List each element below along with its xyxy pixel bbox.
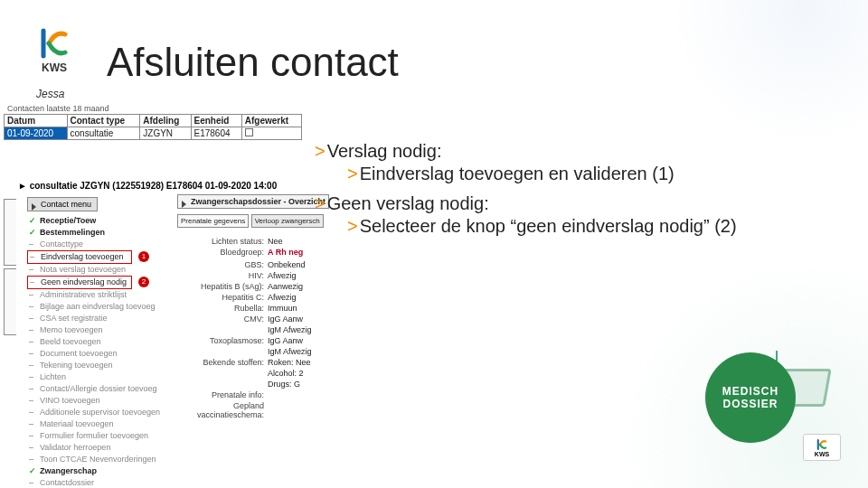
subtab-prenatale[interactable]: Prenatale gegevens <box>177 214 249 228</box>
menu-item[interactable]: Additionele supervisor toevoegen <box>27 407 163 418</box>
kv-row: Drugs: G <box>177 380 329 389</box>
cell-eenheid[interactable]: E178604 <box>191 127 241 140</box>
kv-value: Immuun <box>268 304 297 313</box>
kv-row: Prenatale info: <box>177 390 329 399</box>
cell-afdeling[interactable]: JZGYN <box>140 127 191 140</box>
bullet-icon: > <box>315 141 327 161</box>
kv-row: HIV:Afwezig <box>177 271 329 280</box>
cell-afgewerkt[interactable] <box>241 127 301 140</box>
kws-mini-card: KWS <box>803 434 841 461</box>
cell-type[interactable]: consultatie <box>67 127 140 140</box>
slide-content: >Verslag nodig: >Eindverslag toevoegen e… <box>315 137 848 246</box>
kv-value: Alcohol: 2 <box>268 369 304 378</box>
kv-key: Gepland vaccinatieschema: <box>177 401 268 419</box>
bullet-icon: > <box>315 193 327 213</box>
kv-value: Roken: Nee <box>268 358 311 367</box>
menu-item[interactable]: Geen eindverslag nodig 2 <box>27 276 132 289</box>
kv-value: IgG Aanw <box>268 314 303 324</box>
kv-value: Aanwezig <box>268 282 303 291</box>
menu-item[interactable]: Materiaal toevoegen <box>27 418 163 430</box>
menu-item[interactable]: Receptie/Toew <box>27 215 163 227</box>
kv-row: Bloedgroep:A Rh neg <box>177 248 329 257</box>
kv-key: Bloedgroep: <box>177 248 268 257</box>
kv-row: GBS:Onbekend <box>177 260 329 269</box>
menu-item[interactable]: Lichten <box>27 371 163 383</box>
kv-key: Rubella: <box>177 304 268 313</box>
menu-item[interactable]: Nota verslag toevoegen <box>27 264 163 276</box>
kv-value: IgG Aanw <box>268 336 303 345</box>
menu-item[interactable]: Toon CTCAE Nevenvorderingen <box>27 454 163 465</box>
bullet-icon: > <box>347 216 360 236</box>
medisch-dossier-badge: MEDISCH DOSSIER KWS <box>705 343 841 461</box>
th-afgewerkt[interactable]: Afgewerkt <box>241 115 301 127</box>
kv-row: Lichten status:Nee <box>177 237 329 246</box>
line-1b: Geen verslag nodig: <box>327 193 489 213</box>
mini-card-text: KWS <box>815 451 829 457</box>
kv-key: Bekende stoffen: <box>177 358 268 367</box>
kv-key <box>177 325 268 334</box>
kv-key: Lichten status: <box>177 237 268 246</box>
menu-item[interactable]: Beeld toevoegen <box>27 336 163 348</box>
contacts-table: Contacten laatste 18 maand Datum Contact… <box>4 104 302 162</box>
menu-item[interactable]: Bestemmelingen <box>27 227 163 239</box>
kv-key: Hepatitis C: <box>177 293 268 302</box>
menu-item[interactable]: CSA set registratie <box>27 313 163 324</box>
consultatie-panel: ► consultatie JZGYN (122551928) E178604 … <box>4 181 307 488</box>
subtab-verloop[interactable]: Verloop zwangersch <box>251 214 324 228</box>
dossier-circle: MEDISCH DOSSIER <box>705 352 796 443</box>
badge-line2: DOSSIER <box>722 398 778 410</box>
cell-datum[interactable]: 01-09-2020 <box>5 127 68 140</box>
line-2a: Eindverslag toevoegen en valideren (1) <box>360 164 675 183</box>
menu-item[interactable]: VINO toevoegen <box>27 395 163 407</box>
callout-badge: 2 <box>138 277 149 287</box>
menu-item[interactable]: Formulier formulier toevoegen <box>27 430 163 442</box>
kv-row: IgM Afwezig <box>177 347 329 356</box>
kv-key: CMV: <box>177 314 268 324</box>
kv-row: Rubella:Immuun <box>177 304 329 313</box>
th-datum[interactable]: Datum <box>5 115 68 127</box>
kv-row: Hepatitis B (sAg):Aanwezig <box>177 282 329 291</box>
menu-item[interactable]: Contacttype <box>27 239 163 250</box>
menu-item[interactable]: Tekening toevoegen <box>27 360 163 371</box>
menu-item[interactable]: Contact/Allergie dossier toevoeg <box>27 383 163 395</box>
kv-key: GBS: <box>177 260 268 269</box>
slide-title: Afsluiten contact <box>107 40 399 85</box>
th-afdeling[interactable]: Afdeling <box>140 115 191 127</box>
menu-item[interactable]: Eindverslag toevoegen 1 <box>27 250 132 264</box>
line-2b: Selecteer de knop “geen eindverslag nodi… <box>360 216 737 236</box>
kv-key: HIV: <box>177 271 268 280</box>
menu-item[interactable]: Contactdossier <box>27 477 163 488</box>
vertical-tab-2[interactable] <box>4 268 16 335</box>
th-eenheid[interactable]: Eenheid <box>191 115 241 127</box>
kv-value: Drugs: G <box>268 380 300 389</box>
jessa-label: Jessa <box>36 88 64 100</box>
afgewerkt-checkbox[interactable] <box>245 128 253 136</box>
menu-item[interactable]: Bijlage aan eindverslag toevoeg <box>27 301 163 313</box>
menu-item[interactable]: Validator herroepen <box>27 442 163 454</box>
contact-menu-button[interactable]: Contact menu <box>27 197 98 211</box>
kv-row: Alcohol: 2 <box>177 369 329 378</box>
kv-row: Hepatitis C:Afwezig <box>177 293 329 302</box>
table-row[interactable]: 01-09-2020 consultatie JZGYN E178604 <box>5 127 302 140</box>
kv-value: Afwezig <box>268 293 297 302</box>
menu-item[interactable]: Document toevoegen <box>27 348 163 360</box>
panel-title: consultatie JZGYN (122551928) E178604 01… <box>30 181 278 191</box>
table-caption: Contacten laatste 18 maand <box>4 104 302 114</box>
kv-row: Gepland vaccinatieschema: <box>177 401 329 419</box>
kv-value: Afwezig <box>268 271 297 280</box>
kv-value: IgM Afwezig <box>268 347 312 356</box>
menu-item[interactable]: Administratieve striktlijst <box>27 289 163 301</box>
kv-row: IgM Afwezig <box>177 325 329 334</box>
kws-logo: KWS <box>36 25 72 74</box>
menu-item[interactable]: Zwangerschap <box>27 465 163 477</box>
callout-badge: 1 <box>138 251 149 262</box>
kv-key <box>177 347 268 356</box>
th-type[interactable]: Contact type <box>67 115 140 127</box>
kv-key: Toxoplasmose: <box>177 336 268 345</box>
kv-key: Hepatitis B (sAg): <box>177 282 268 291</box>
vertical-tab-1[interactable] <box>4 199 16 266</box>
kv-value: IgM Afwezig <box>268 325 312 334</box>
menu-item[interactable]: Memo toevoegen <box>27 324 163 336</box>
zwangerschap-title[interactable]: Zwangerschapsdossier - Overzicht <box>177 194 329 209</box>
kv-key: Prenatale info: <box>177 390 268 399</box>
